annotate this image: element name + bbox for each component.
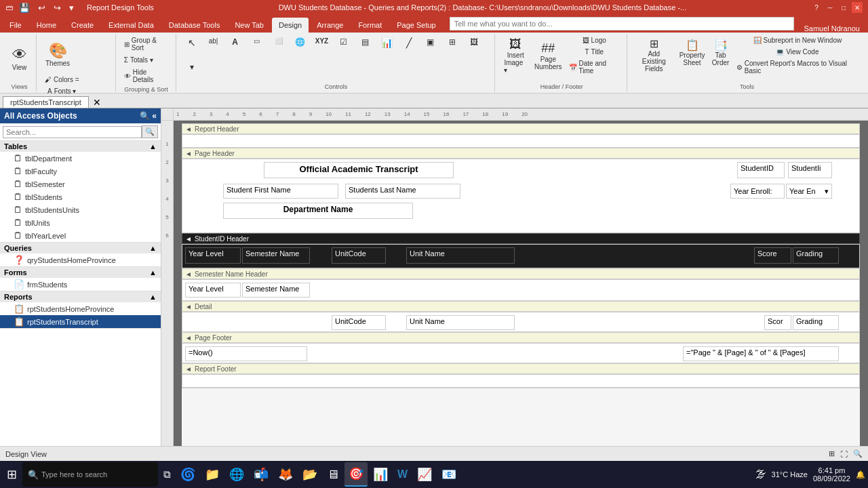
nav-tblSemester[interactable]: 🗒 tblSemester	[0, 178, 161, 190]
score-header[interactable]: Score	[754, 247, 791, 264]
tab-new-tab[interactable]: New Tab	[228, 18, 271, 33]
control-combo[interactable]: ▤	[355, 35, 376, 49]
task-view-button[interactable]: ⧉	[159, 462, 175, 487]
nav-frmStudents[interactable]: 📄 frmStudents	[0, 278, 161, 291]
access-taskbar[interactable]: 🎯	[344, 462, 368, 487]
first-name-label[interactable]: Student First Name	[223, 184, 338, 199]
help-button[interactable]: ?	[811, 2, 822, 13]
nav-qryStudentsHomeProvince[interactable]: ❓ qryStudentsHomeProvince	[0, 253, 161, 266]
year-en-label[interactable]: Year En ▾	[786, 184, 832, 199]
convert-macros-button[interactable]: ⚙Convert Report's Macros to Visual Basic	[734, 58, 861, 76]
control-line[interactable]: ╱	[399, 35, 419, 50]
tables-header[interactable]: Tables ▲	[0, 141, 161, 152]
last-name-label[interactable]: Students Last Name	[345, 184, 460, 199]
control-rect[interactable]: ▣	[420, 35, 441, 49]
totals-button[interactable]: ΣTotals ▾	[121, 55, 156, 65]
excel-taskbar[interactable]: 📈	[413, 462, 436, 487]
tab-page-setup[interactable]: Page Setup	[390, 18, 443, 33]
control-check[interactable]: ☑	[334, 35, 354, 49]
tab-design[interactable]: Design	[272, 18, 309, 33]
close-button[interactable]: ✕	[852, 2, 863, 13]
queries-header[interactable]: Queries ▲	[0, 243, 161, 253]
tab-arrange[interactable]: Arrange	[310, 18, 350, 33]
title-button[interactable]: TTitle	[566, 47, 623, 57]
fit-icon[interactable]: ⊞	[829, 449, 835, 458]
page-numbers-button[interactable]: ##PageNumbers	[532, 39, 564, 73]
grading-detail[interactable]: Grading	[793, 315, 839, 330]
report-tab-transcript[interactable]: rptStudentsTranscript	[3, 96, 89, 108]
dept-name-label[interactable]: Department Name	[223, 203, 413, 219]
minimize-button[interactable]: ─	[825, 2, 835, 13]
semester-name-header[interactable]: Semester Name	[242, 247, 310, 264]
year-level-header[interactable]: Year Level	[185, 247, 241, 264]
tab-file[interactable]: File	[3, 18, 28, 33]
quick-access-more[interactable]: ▾	[67, 3, 76, 13]
insert-image-button[interactable]: 🖼InsertImage ▾	[500, 35, 530, 76]
mail-taskbar[interactable]: 📬	[250, 462, 273, 487]
score-detail[interactable]: Scor	[764, 315, 791, 330]
clock[interactable]: 6:41 pm 08/09/2022	[813, 466, 850, 483]
colors-button[interactable]: 🖌Colors =	[42, 75, 82, 85]
controls-more[interactable]: ▾	[182, 60, 202, 74]
panel-collapse-icon[interactable]: «	[152, 111, 157, 121]
control-select[interactable]: ↖	[182, 35, 202, 50]
nav-tblYearLevel[interactable]: 🗒 tblYearLevel	[0, 229, 161, 242]
tab-order-button[interactable]: 📑TabOrder	[709, 35, 732, 69]
full-screen-icon[interactable]: ⛶	[840, 450, 848, 458]
nav-rptStudentsTranscript[interactable]: 📋 rptStudentsTranscript	[0, 315, 161, 328]
panel-search-icon[interactable]: 🔍	[140, 111, 150, 121]
quick-access-redo[interactable]: ↪	[52, 3, 63, 13]
search-input[interactable]	[3, 126, 142, 138]
unit-code-header[interactable]: UnitCode	[332, 247, 386, 264]
search-taskbar[interactable]: 🔍 Type here to search	[22, 462, 158, 487]
word-taskbar[interactable]: W	[393, 462, 412, 487]
start-button[interactable]: ⊞	[3, 462, 21, 487]
unit-code-detail[interactable]: UnitCode	[332, 315, 386, 330]
quick-access-save[interactable]: 💾	[17, 3, 32, 13]
themes-button[interactable]: 🎨 Themes	[42, 35, 73, 73]
tell-me-input[interactable]	[450, 17, 795, 30]
hide-details-button[interactable]: 👁Hide Details	[121, 67, 172, 85]
transcript-title[interactable]: Official Academic Transcript	[264, 162, 454, 178]
tab-create[interactable]: Create	[64, 18, 100, 33]
grading-header[interactable]: Grading	[793, 247, 839, 264]
nav-tblUnits[interactable]: 🗒 tblUnits	[0, 216, 161, 229]
subreport-button[interactable]: 🪟Subreport in New Window	[734, 35, 861, 45]
explorer-taskbar[interactable]: 📁	[201, 462, 224, 487]
nav-tblDepartment[interactable]: 🗒 tblDepartment	[0, 152, 161, 165]
files-taskbar[interactable]: 📂	[298, 462, 321, 487]
student-id-label[interactable]: StudentID	[737, 162, 785, 178]
edge-taskbar[interactable]: 🌐	[225, 462, 248, 487]
date-time-button[interactable]: 📅Date and Time	[566, 58, 623, 76]
nav-rptStudentsHomeProvince[interactable]: 📋 rptStudentsHomeProvince	[0, 302, 161, 315]
quick-access-undo[interactable]: ↩	[36, 3, 47, 13]
nav-tblStudentsUnits[interactable]: 🗒 tblStudentsUnits	[0, 203, 161, 216]
control-subform[interactable]: ⊞	[442, 35, 462, 49]
control-button[interactable]: ▭	[247, 35, 267, 47]
nav-tblStudents[interactable]: 🗒 tblStudents	[0, 190, 161, 203]
control-chart[interactable]: XYZ	[312, 35, 332, 47]
add-existing-fields-button[interactable]: ⊞Add ExistingFields	[633, 35, 675, 75]
group-sort-button[interactable]: ⊞Group & Sort	[121, 35, 172, 53]
tab-format[interactable]: Format	[351, 18, 389, 33]
tab-home[interactable]: Home	[30, 18, 63, 33]
view-code-button[interactable]: 💻View Code	[734, 47, 861, 57]
view-button[interactable]: 👁 View	[9, 40, 31, 78]
maximize-button[interactable]: □	[838, 2, 849, 13]
control-textbox[interactable]: ab|	[203, 35, 224, 47]
tab-database-tools[interactable]: Database Tools	[162, 18, 227, 33]
close-report-tab[interactable]: ✕	[93, 97, 101, 108]
zoom-icon[interactable]: 🔍	[853, 449, 863, 458]
year-level-2[interactable]: Year Level	[185, 283, 241, 298]
property-sheet-button[interactable]: 📋PropertySheet	[677, 35, 708, 69]
email-taskbar[interactable]: 📧	[437, 462, 460, 487]
powerpoint-taskbar[interactable]: 📊	[369, 462, 392, 487]
now-func[interactable]: =Now()	[185, 346, 307, 361]
app1-taskbar[interactable]: 🖥	[323, 462, 343, 487]
control-tab[interactable]: ⬜	[269, 35, 289, 47]
control-hyperlink[interactable]: 🌐	[290, 35, 311, 49]
logo-button[interactable]: 🖼Logo	[566, 35, 623, 45]
reports-header[interactable]: Reports ▲	[0, 291, 161, 302]
nav-tblFaculty[interactable]: 🗒 tblFaculty	[0, 165, 161, 178]
control-label[interactable]: A	[225, 35, 245, 49]
